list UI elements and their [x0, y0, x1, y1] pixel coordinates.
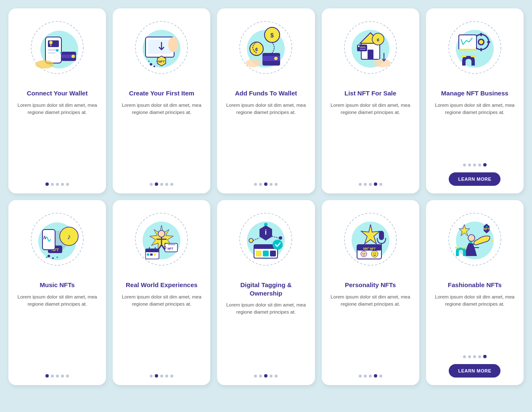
- svg-point-110: [249, 238, 253, 243]
- card-dots: [150, 374, 173, 378]
- svg-rect-61: [459, 35, 476, 50]
- svg-rect-97: [147, 254, 149, 256]
- card-dots: [45, 374, 69, 378]
- svg-point-48: [358, 45, 360, 47]
- svg-point-124: [361, 251, 367, 257]
- dot-3: [369, 183, 372, 186]
- card-title: Real World Experiences: [126, 281, 198, 289]
- illustration-add-funds: $ ¢: [232, 16, 299, 83]
- card-body: Lorem ipsum dolor sit dim amet, mea regi…: [15, 102, 99, 177]
- svg-point-79: [46, 256, 48, 258]
- svg-point-13: [60, 52, 62, 54]
- dot-2: [468, 355, 471, 358]
- svg-rect-5: [48, 52, 56, 54]
- svg-rect-106: [256, 251, 262, 256]
- svg-rect-76: [42, 230, 55, 250]
- card-title: Manage NFT Business: [441, 89, 508, 98]
- svg-point-129: [375, 253, 376, 254]
- svg-text:✦: ✦: [491, 238, 494, 243]
- dot-2: [51, 375, 54, 378]
- svg-rect-119: [379, 231, 384, 240]
- card-music-nfts: NFT ♪ Music NFTs Lorem ipsum dolor sit d…: [8, 200, 106, 385]
- card-list-nft: ¢ List NFT For Sale Lorem ipsum dolor si…: [322, 8, 419, 193]
- card-body: Lorem ipsum dolor sit dim amet, mea regi…: [119, 293, 204, 369]
- cards-grid: Connect Your Wallet Lorem ipsum dolor si…: [8, 8, 524, 385]
- dot-5: [483, 163, 487, 166]
- dot-3: [160, 375, 163, 378]
- svg-point-28: [154, 66, 155, 67]
- dot-3: [473, 164, 476, 166]
- svg-point-12: [56, 49, 58, 52]
- dot-5: [275, 183, 278, 186]
- illustration-fashionable-nfts: NFT ✦ ✦: [441, 208, 508, 275]
- svg-rect-107: [263, 251, 269, 256]
- dot-2: [51, 183, 54, 186]
- dot-4: [270, 375, 273, 378]
- svg-point-27: [150, 63, 152, 66]
- svg-rect-99: [154, 254, 156, 256]
- svg-point-51: [374, 59, 391, 67]
- card-body: Lorem ipsum dolor sit dim amet, mea regi…: [433, 102, 517, 158]
- dot-5: [66, 183, 69, 186]
- dot-3: [264, 374, 267, 378]
- card-create-first-item: NFT Create Your First Item Lorem ipsum d…: [113, 8, 210, 193]
- svg-rect-17: [148, 40, 172, 54]
- learn-more-button-2[interactable]: LEARN MORE: [449, 364, 500, 378]
- card-title: Add Funds To Wallet: [235, 89, 297, 98]
- illustration-create-item: NFT: [128, 16, 195, 83]
- dot-4: [165, 375, 168, 378]
- dot-3: [56, 375, 59, 378]
- svg-rect-98: [150, 254, 153, 256]
- svg-point-6: [49, 41, 53, 44]
- svg-point-78: [52, 257, 54, 259]
- svg-point-11: [71, 55, 75, 58]
- card-dots: [45, 182, 69, 186]
- svg-point-84: [158, 230, 165, 237]
- card-dots: [359, 182, 382, 186]
- svg-rect-108: [270, 251, 276, 256]
- svg-rect-66: [459, 49, 476, 50]
- card-title: Create Your First Item: [129, 89, 194, 98]
- dot-3: [369, 375, 372, 378]
- dot-4: [270, 183, 273, 186]
- card-dots: [463, 355, 487, 358]
- dot-4: [61, 183, 64, 186]
- svg-point-8: [35, 60, 54, 69]
- dot-5: [170, 375, 173, 378]
- learn-more-button-1[interactable]: LEARN MORE: [449, 172, 500, 186]
- dot-4: [478, 164, 481, 166]
- svg-point-128: [373, 253, 374, 254]
- dot-4: [165, 183, 168, 186]
- dot-2: [364, 375, 367, 378]
- dot-5: [66, 375, 69, 378]
- dot-4: [61, 375, 64, 378]
- card-manage-nft: Manage NFT Business Lorem ipsum dolor si…: [426, 8, 524, 193]
- svg-rect-58: [480, 48, 482, 51]
- card-personality-nfts: 360° NFT Personality NFTs Lorem ipsum do…: [322, 200, 419, 385]
- card-add-funds: $ ¢ Add Funds To Wallet Lorem ipsum dolo…: [217, 8, 315, 193]
- dot-2: [468, 164, 471, 166]
- dot-2: [364, 183, 367, 186]
- card-body: Lorem ipsum dolor sit dim amet, mea regi…: [15, 293, 99, 369]
- dot-1: [45, 374, 49, 378]
- svg-rect-138: [455, 247, 459, 248]
- illustration-personality-nfts: 360° NFT: [337, 208, 404, 275]
- svg-text:i: i: [265, 229, 267, 236]
- illustration-music-nfts: NFT ♪: [24, 208, 91, 275]
- dot-1: [359, 375, 362, 378]
- dot-5: [483, 355, 487, 358]
- svg-point-137: [468, 235, 475, 241]
- illustration-list-nft: ¢: [337, 16, 404, 83]
- dot-5: [379, 183, 382, 186]
- card-body: Lorem ipsum dolor sit dim amet, mea regi…: [224, 102, 308, 177]
- svg-point-126: [364, 253, 365, 254]
- dot-3: [56, 183, 59, 186]
- dot-1: [150, 183, 153, 186]
- card-body: Lorem ipsum dolor sit dim amet, mea regi…: [224, 301, 308, 368]
- illustration-digital-tagging: i: [232, 208, 299, 275]
- dot-1: [254, 375, 257, 378]
- svg-rect-94: [146, 249, 159, 252]
- dot-2: [155, 182, 158, 186]
- dot-4: [374, 374, 377, 378]
- svg-text:✦: ✦: [485, 225, 488, 229]
